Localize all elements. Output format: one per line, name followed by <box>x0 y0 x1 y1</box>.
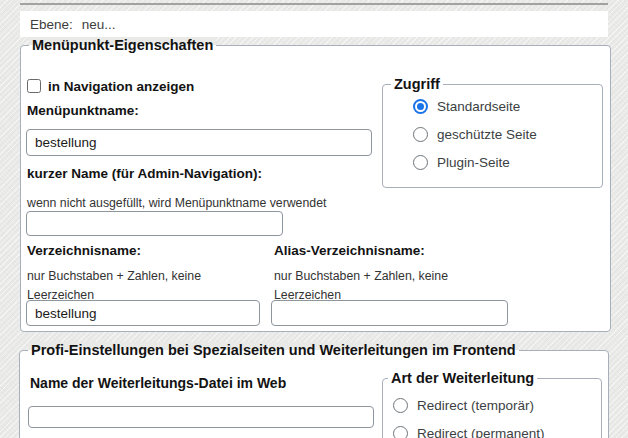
short-name-label: kurzer Name (für Admin-Navigation): <box>27 166 262 181</box>
radio-label: Plugin-Seite <box>437 155 510 170</box>
radio-label: Redirect (permanent) <box>417 426 545 438</box>
alias-directory-input[interactable] <box>271 300 508 326</box>
redirect-option-temporaer[interactable]: Redirect (temporär) <box>393 397 534 413</box>
access-fieldset: Zugriff Standardseite geschützte Seite P… <box>382 84 603 188</box>
redirect-type-fieldset: Art der Weiterleitung Redirect (temporär… <box>382 378 602 438</box>
profi-settings-fieldset: Profi-Einstellungen bei Spezialseiten un… <box>19 350 609 438</box>
menu-properties-legend: Menüpunkt-Eigenschaften <box>29 37 216 54</box>
redirect-file-label: Name der Weiterleitungs-Datei im Web <box>30 375 286 391</box>
show-in-navigation-checkbox[interactable] <box>27 79 41 93</box>
app-window: Ebene: neu... Menüpunkt-Eigenschaften in… <box>0 0 628 438</box>
access-legend: Zugriff <box>391 76 443 93</box>
radio-label: Standardseite <box>437 99 520 114</box>
radio-label: Redirect (temporär) <box>417 398 534 413</box>
radio-icon[interactable] <box>393 426 408 438</box>
top-divider <box>20 3 608 5</box>
redirect-file-input[interactable] <box>28 406 374 428</box>
breadcrumb-value: neu... <box>82 17 116 32</box>
menu-properties-fieldset: Menüpunkt-Eigenschaften in Navigation an… <box>20 45 611 332</box>
access-option-geschuetzte-seite[interactable]: geschützte Seite <box>413 126 537 142</box>
radio-label: geschützte Seite <box>437 127 537 142</box>
radio-icon[interactable] <box>413 155 428 170</box>
alias-directory-label: Alias-Verzeichnisname: <box>274 243 425 258</box>
menu-name-label: Menüpunktname: <box>27 103 139 118</box>
directory-name-label: Verzeichnisname: <box>27 243 141 258</box>
menu-name-input[interactable] <box>26 129 372 156</box>
redirect-type-legend: Art der Weiterleitung <box>388 370 537 387</box>
access-option-standardseite[interactable]: Standardseite <box>413 98 520 114</box>
breadcrumb: Ebene: neu... <box>20 11 608 37</box>
directory-name-input[interactable] <box>26 300 260 326</box>
short-name-input[interactable] <box>26 211 283 236</box>
radio-icon[interactable] <box>393 398 408 413</box>
breadcrumb-label: Ebene: <box>30 17 73 32</box>
profi-settings-legend: Profi-Einstellungen bei Spezialseiten un… <box>28 342 519 359</box>
radio-icon[interactable] <box>413 127 428 142</box>
redirect-option-permanent[interactable]: Redirect (permanent) <box>393 425 545 438</box>
radio-icon[interactable] <box>413 99 428 114</box>
show-in-navigation-label: in Navigation anzeigen <box>48 79 194 94</box>
access-option-plugin-seite[interactable]: Plugin-Seite <box>413 154 510 170</box>
